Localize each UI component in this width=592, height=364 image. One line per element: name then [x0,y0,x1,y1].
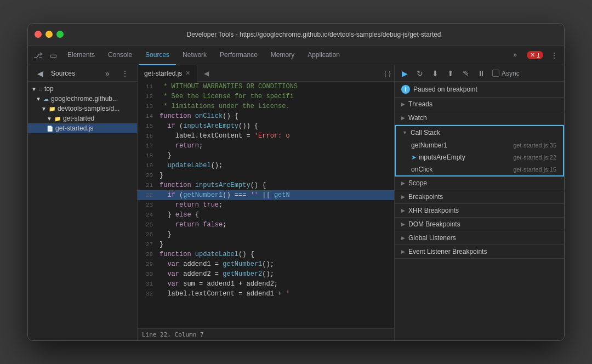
code-line-26: 26 } [138,230,394,240]
dom-breakpoints-label: DOM Breakpoints [408,220,460,228]
code-line-14: 14 function onClick() { [138,111,394,121]
sidebar-more-icon[interactable]: » [100,66,115,81]
async-label: Async [492,70,520,77]
paused-banner: i Paused on breakpoint [395,82,564,98]
step-into-btn[interactable]: ⬇ [429,67,442,80]
code-line-28: 28 function updateLabel() { [138,249,394,259]
tab-application[interactable]: Application [301,46,346,65]
callstack-item-1[interactable]: ➤ inputsAreEmpty get-started.js:22 [396,151,563,163]
watch-label: Watch [408,114,427,122]
scope-chevron: ▶ [401,180,405,186]
dom-breakpoints-section: ▶ DOM Breakpoints [395,218,564,231]
step-out-btn[interactable]: ⬆ [444,67,457,80]
titlebar: Developer Tools - https://googlechrome.g… [28,24,564,46]
code-editor[interactable]: 11 * WITHOUT WARRANTIES OR CONDITIONS 12… [138,82,394,328]
scope-header[interactable]: ▶ Scope [395,177,564,190]
global-chevron: ▶ [401,235,405,241]
triangle-down-icon: ▼ [31,86,37,92]
dom-breakpoints-header[interactable]: ▶ DOM Breakpoints [395,218,564,231]
current-frame-arrow: ➤ [411,153,417,161]
code-line-31: 31 var sum = addend1 + addend2; [138,279,394,289]
tab-network[interactable]: Network [176,46,213,65]
event-chevron: ▶ [401,249,405,254]
tab-console[interactable]: Console [101,46,139,65]
error-badge[interactable]: ✕ 1 [527,51,543,59]
callstack-section: ▼ Call Stack getNumber1 get-started.js:3… [395,125,564,177]
sidebar: ◀ Sources » ⋮ ▼ □ top ▼ ☁ googlechrome.g… [28,65,138,340]
tree-item-get-started-folder[interactable]: ▼ 📁 get-started [28,113,137,123]
watch-chevron: ▶ [401,115,405,121]
code-line-19: 19 updateLabel(); [138,161,394,170]
code-line-20: 20 } [138,170,394,180]
maximize-button[interactable] [56,31,64,38]
code-line-18: 18 } [138,151,394,161]
sidebar-menu-icon[interactable]: ⋮ [117,66,133,81]
close-button[interactable] [35,31,42,38]
callstack-item-2[interactable]: onClick get-started.js:15 [396,163,563,175]
step-over-btn[interactable]: ↻ [413,67,426,80]
sidebar-header: ◀ Sources » ⋮ [28,65,137,82]
tab-elements[interactable]: Elements [61,46,101,65]
code-line-21: 21 function inputsAreEmpty() { [138,180,394,190]
code-line-22: 22 if (getNumber1() === '' || getN [138,190,394,200]
deactivate-btn[interactable]: ⏸ [475,67,488,80]
tree-item-get-started-js[interactable]: 📄 get-started.js [28,123,137,133]
callstack-header[interactable]: ▼ Call Stack [396,126,563,139]
tab-sources[interactable]: Sources [139,46,176,65]
tab-performance[interactable]: Performance [213,46,264,65]
xhr-breakpoints-label: XHR Breakpoints [408,207,459,214]
info-icon: i [401,85,410,94]
xhr-chevron: ▶ [401,208,405,213]
scope-section: ▶ Scope [395,177,564,190]
editor-tab-file[interactable]: get-started.js ✕ [138,65,197,82]
global-listeners-header[interactable]: ▶ Global Listeners [395,231,564,244]
code-line-16: 16 label.textContent = 'Error: o [138,131,394,141]
step-btn[interactable]: ✎ [459,67,473,80]
sidebar-nav-icon[interactable]: ◀ [32,66,48,81]
breakpoints-header[interactable]: ▶ Breakpoints [395,190,564,203]
threads-label: Threads [408,100,432,108]
global-listeners-label: Global Listeners [408,234,456,242]
async-checkbox[interactable] [492,70,499,77]
global-listeners-section: ▶ Global Listeners [395,231,564,245]
breakpoints-chevron: ▶ [401,194,405,200]
tree-item-top[interactable]: ▼ □ top [28,84,137,94]
minimize-button[interactable] [45,31,53,38]
main-content: ◀ Sources » ⋮ ▼ □ top ▼ ☁ googlechrome.g… [28,65,564,340]
window-title: Developer Tools - https://googlechrome.g… [70,31,557,38]
device-icon[interactable]: ▭ [45,48,61,63]
status-bar: Line 22, Column 7 [138,328,394,340]
more-options-icon[interactable]: ⋮ [547,48,562,63]
tab-more[interactable]: » [506,46,523,65]
tree-item-devtools-samples[interactable]: ▼ 📁 devtools-samples/d... [28,104,137,113]
close-tab-icon[interactable]: ✕ [185,70,190,77]
threads-header[interactable]: ▶ Threads [395,98,564,111]
xhr-breakpoints-header[interactable]: ▶ XHR Breakpoints [395,204,564,217]
code-line-27: 27 } [138,240,394,249]
resume-btn[interactable]: ▶ [398,67,411,80]
debug-toolbar: ▶ ↻ ⬇ ⬆ ✎ ⏸ Async [395,65,564,82]
code-line-32: 32 label.textContent = addend1 + ' [138,289,394,299]
dom-chevron: ▶ [401,221,405,227]
code-line-12: 12 * See the License for the specifi [138,92,394,101]
code-line-23: 23 return true; [138,200,394,210]
devtools-tabbar: ⎇ ▭ Elements Console Sources Network Per… [28,46,564,65]
event-listener-header[interactable]: ▶ Event Listener Breakpoints [395,245,564,258]
watch-section: ▶ Watch [395,111,564,125]
format-icon[interactable]: { } [381,67,394,80]
devtools-window: Developer Tools - https://googlechrome.g… [27,23,565,341]
threads-section: ▶ Threads [395,98,564,111]
callstack-label: Call Stack [411,129,440,136]
inspect-icon[interactable]: ⎇ [30,48,45,63]
cloud-icon: ☁ [43,96,49,102]
folder2-icon: 📁 [49,106,55,112]
code-line-13: 13 * limitations under the License. [138,101,394,111]
paused-text: Paused on breakpoint [413,86,477,93]
folder3-icon: 📁 [54,116,61,122]
callstack-item-0[interactable]: getNumber1 get-started.js:35 [396,139,563,151]
scope-label: Scope [408,179,427,187]
watch-header[interactable]: ▶ Watch [395,111,564,124]
tree-item-googlechrome[interactable]: ▼ ☁ googlechrome.github... [28,94,137,104]
editor-nav-icon[interactable]: ◀ [200,67,213,80]
tab-memory[interactable]: Memory [264,46,301,65]
